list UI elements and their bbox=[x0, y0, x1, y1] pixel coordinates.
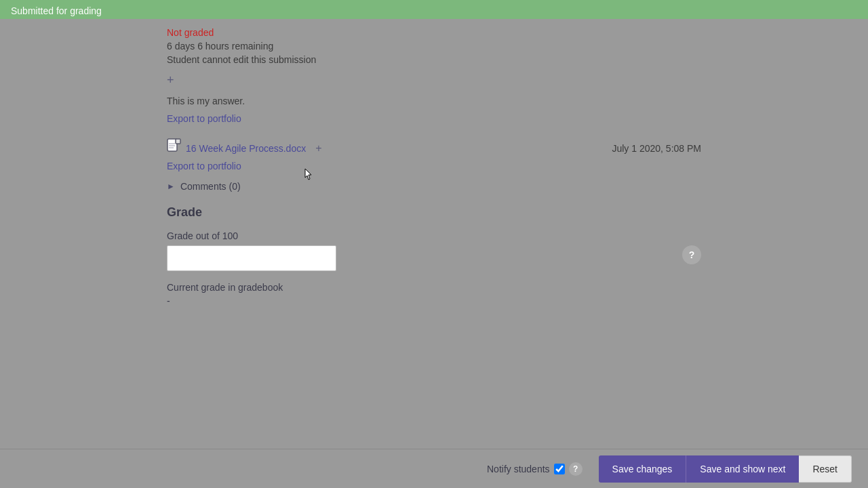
file-doc-icon bbox=[167, 138, 182, 158]
edit-status: Student cannot edit this submission bbox=[167, 54, 701, 65]
file-date: July 1 2020, 5:08 PM bbox=[612, 143, 701, 154]
export-portfolio-link-2[interactable]: Export to portfolio bbox=[167, 161, 701, 171]
notify-students-label: Notify students bbox=[487, 464, 550, 474]
svg-rect-1 bbox=[176, 139, 180, 144]
current-grade-value: - bbox=[167, 296, 701, 306]
grade-help-icon[interactable]: ? bbox=[682, 245, 701, 264]
save-changes-button[interactable]: Save changes bbox=[599, 455, 686, 483]
grade-section: Grade Grade out of 100 ? Current grade i… bbox=[167, 205, 701, 306]
content-area: Not graded 6 days 6 hours remaining Stud… bbox=[0, 19, 868, 449]
time-remaining: 6 days 6 hours remaining bbox=[167, 41, 701, 52]
grade-input-row: ? bbox=[167, 245, 701, 271]
grade-heading: Grade bbox=[167, 205, 701, 220]
comments-row[interactable]: ► Comments (0) bbox=[167, 181, 701, 192]
bottom-bar: Notify students ? Save changes Save and … bbox=[0, 449, 868, 488]
file-name-link[interactable]: 16 Week Agile Process.docx bbox=[186, 143, 306, 154]
grade-input[interactable] bbox=[167, 245, 336, 271]
file-add-icon[interactable]: + bbox=[315, 142, 321, 155]
file-row: 16 Week Agile Process.docx + July 1 2020… bbox=[167, 138, 701, 158]
comments-label: Comments (0) bbox=[180, 181, 241, 192]
not-graded-status: Not graded bbox=[167, 27, 701, 38]
submitted-text: Submitted for grading bbox=[11, 5, 102, 16]
file-icon-area: 16 Week Agile Process.docx + bbox=[167, 138, 322, 158]
notify-help-icon[interactable]: ? bbox=[569, 462, 583, 476]
export-portfolio-link-1[interactable]: Export to portfolio bbox=[167, 113, 241, 124]
comments-arrow-icon: ► bbox=[167, 182, 175, 191]
current-grade-label: Current grade in gradebook bbox=[167, 282, 701, 293]
save-show-next-button[interactable]: Save and show next bbox=[686, 455, 799, 483]
add-icon[interactable]: + bbox=[167, 73, 701, 87]
notify-students-checkbox[interactable] bbox=[554, 464, 565, 474]
notify-students-area: Notify students ? bbox=[487, 462, 583, 476]
grade-out-label: Grade out of 100 bbox=[167, 230, 701, 241]
main-content: Submitted for grading Not graded 6 days … bbox=[0, 0, 868, 488]
reset-button[interactable]: Reset bbox=[799, 455, 852, 483]
answer-text: This is my answer. bbox=[167, 96, 701, 106]
